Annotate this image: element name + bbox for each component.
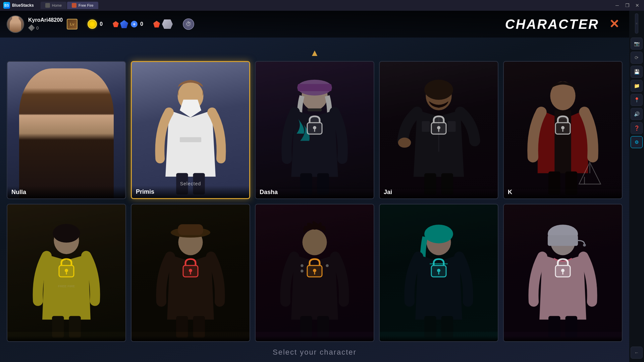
character-title: CHARACTER [505, 17, 599, 32]
character-card-nulla[interactable]: Nulla [7, 61, 126, 199]
titlebar-tabs: Home Free Fire [41, 2, 98, 9]
char6-lock-overlay [7, 204, 125, 332]
maximize-button[interactable]: ❐ [623, 2, 632, 9]
close-window-button[interactable]: ✕ [633, 2, 642, 9]
tab-home-label: Home [52, 3, 62, 7]
svg-point-53 [189, 269, 192, 272]
rank-icon [28, 24, 35, 31]
sidebar-btn-files[interactable]: 📁 [631, 80, 643, 92]
bluestacks-logo: BS BlueStacks [0, 2, 37, 9]
char6-name-bar [7, 336, 125, 341]
primis-portrait [132, 62, 249, 198]
player-info: KyroAri48200 0 [28, 17, 63, 31]
voucher-group [153, 19, 173, 29]
character-grid: Nulla [7, 61, 623, 342]
sidebar-btn-settings[interactable]: ⚙ [631, 136, 643, 148]
right-sidebar: ≡ 📷 ⟳ 💾 📁 📍 🔊 ❓ ⚙ ← [629, 11, 644, 362]
svg-point-0 [53, 82, 80, 113]
sidebar-btn-share[interactable]: ⟳ [631, 52, 643, 64]
char10-lock-overlay [504, 204, 622, 332]
char9-name-bar [380, 336, 498, 341]
dasha-name-bar: Dasha [256, 186, 374, 198]
k-name-bar: K [504, 186, 622, 198]
coin-icon [88, 19, 97, 29]
svg-rect-6 [180, 137, 201, 142]
k-lock-overlay [504, 62, 622, 189]
character-card-k[interactable]: K [503, 61, 623, 199]
sidebar-expand[interactable]: ≡ [635, 13, 638, 34]
player-section: KyroAri48200 0 Lv [7, 15, 77, 33]
app-name: BlueStacks [12, 3, 34, 8]
nulla-name-bar: Nulla [7, 186, 125, 198]
jai-lock-overlay [380, 62, 498, 189]
sidebar-btn-help[interactable]: ❓ [631, 122, 643, 134]
character-card-7[interactable] [131, 204, 250, 342]
coins-display: 0 [88, 19, 103, 29]
character-card-dasha[interactable]: Dasha [255, 61, 374, 199]
character-card-primis[interactable]: Selected Primis [131, 61, 250, 199]
character-card-10[interactable] [503, 204, 623, 342]
player-name: KyroAri48200 [28, 17, 63, 23]
nulla-name: Nulla [11, 189, 26, 195]
diamonds-value: 0 [140, 21, 143, 27]
game-header: KyroAri48200 0 Lv 0 + 0 [0, 11, 629, 38]
level-badge: Lv [67, 19, 77, 29]
blue-diamond-icon [120, 20, 128, 28]
char7-name-bar [131, 336, 250, 341]
svg-point-45 [65, 269, 68, 272]
sidebar-btn-back[interactable]: ← [631, 347, 643, 359]
svg-point-37 [561, 126, 565, 129]
svg-point-62 [313, 269, 316, 272]
bottom-instruction: Select your character [0, 348, 629, 357]
diamonds-display: + 0 [113, 20, 143, 28]
voucher-icon [162, 19, 173, 29]
minimize-button[interactable]: ─ [612, 2, 622, 9]
sidebar-btn-location[interactable]: 📍 [631, 94, 643, 106]
red-diamond-icon [113, 21, 119, 27]
primis-name: Primis [136, 188, 154, 195]
svg-point-16 [313, 126, 316, 129]
tab-freefire[interactable]: Free Fire [67, 2, 98, 9]
avatar-image [7, 16, 23, 32]
char10-name-bar [504, 336, 622, 341]
char8-name-bar [256, 336, 374, 341]
voucher-diamond-icon [153, 21, 160, 27]
add-diamonds-button[interactable]: + [131, 21, 138, 27]
titlebar: BS BlueStacks Home Free Fire ─ ❐ ✕ [0, 0, 644, 11]
tab-home[interactable]: Home [41, 2, 66, 9]
nulla-portrait [7, 62, 125, 198]
dasha-name: Dasha [260, 189, 278, 195]
titlebar-controls: ─ ❐ ✕ [612, 2, 644, 9]
character-card-8[interactable] [255, 204, 374, 342]
svg-point-78 [561, 269, 565, 272]
tab-freefire-label: Free Fire [78, 3, 94, 7]
player-avatar[interactable] [7, 15, 24, 33]
coins-value: 0 [100, 21, 103, 27]
char9-lock-overlay [380, 204, 498, 332]
char8-lock-overlay [256, 204, 374, 332]
char7-lock-overlay [131, 204, 250, 332]
currencies: 0 + 0 ⏱ [88, 18, 194, 30]
character-card-9[interactable] [379, 204, 498, 342]
sidebar-btn-screenshot[interactable]: 📷 [631, 38, 643, 50]
scroll-up-arrow[interactable]: ▲ [310, 48, 319, 58]
timer-icon[interactable]: ⏱ [183, 18, 194, 30]
close-character-button[interactable]: ✕ [606, 16, 623, 33]
game-area: KyroAri48200 0 Lv 0 + 0 [0, 11, 629, 362]
k-name: K [508, 189, 512, 195]
sidebar-btn-sound[interactable]: 🔊 [631, 108, 643, 120]
character-title-section: CHARACTER ✕ [505, 16, 623, 33]
home-tab-icon [45, 3, 50, 8]
character-card-6[interactable]: FREE FIRE [7, 204, 126, 342]
character-card-jai[interactable]: Jai [379, 61, 498, 199]
bs-icon: BS [3, 2, 10, 9]
svg-point-69 [437, 269, 440, 272]
primis-name-bar: Primis [132, 186, 249, 198]
svg-rect-2 [47, 112, 86, 162]
svg-point-1 [51, 78, 82, 99]
sidebar-btn-save[interactable]: 💾 [631, 66, 643, 78]
avatar-figure [10, 18, 21, 32]
jai-name-bar: Jai [380, 186, 498, 198]
player-rank: 0 [28, 24, 63, 31]
jai-name: Jai [384, 189, 392, 195]
